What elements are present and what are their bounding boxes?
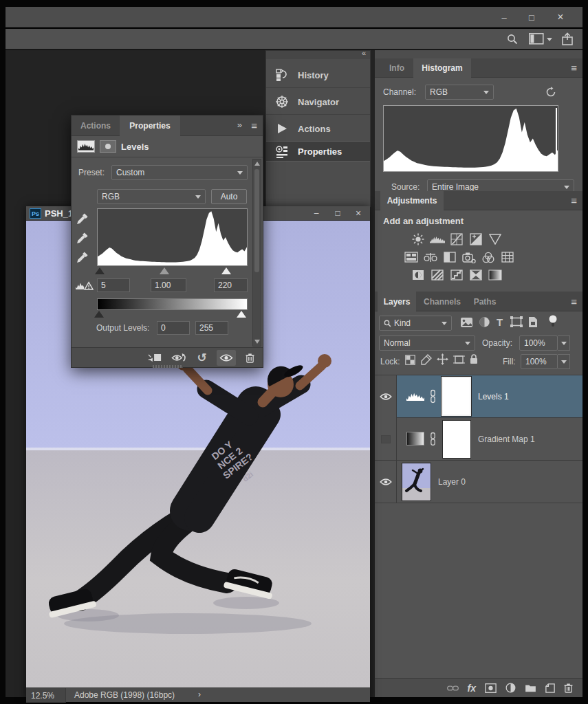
layer-mask-thumbnail[interactable] xyxy=(442,377,471,416)
input-black-slider[interactable] xyxy=(95,267,105,274)
black-white-icon[interactable] xyxy=(442,250,457,264)
channel-mixer-icon[interactable] xyxy=(481,250,496,264)
color-balance-icon[interactable] xyxy=(423,250,438,264)
photo-filter-icon[interactable] xyxy=(461,250,477,264)
input-gamma-slider[interactable] xyxy=(160,267,169,274)
view-previous-state-icon[interactable] xyxy=(171,353,188,363)
expand-panel-icon[interactable]: » xyxy=(237,120,242,130)
opacity-dropdown-button[interactable] xyxy=(558,336,570,351)
scroll-up-arrow[interactable] xyxy=(254,162,260,166)
layer-mask-thumbnail[interactable] xyxy=(443,421,470,458)
layer-image-thumbnail[interactable] xyxy=(402,463,431,500)
toggle-visibility-icon[interactable] xyxy=(217,350,236,366)
lock-position-icon[interactable] xyxy=(437,353,448,365)
tab-properties[interactable]: Properties xyxy=(120,116,180,136)
layer-styles-icon[interactable]: fx xyxy=(468,683,476,694)
input-gamma-field[interactable]: 1.00 xyxy=(151,278,186,292)
tab-adjustments[interactable]: Adjustments xyxy=(380,191,444,210)
delete-adjustment-icon[interactable] xyxy=(246,353,254,363)
workspace-switcher-icon[interactable] xyxy=(529,33,544,45)
blend-mode-select[interactable]: Normal xyxy=(379,336,475,351)
curves-adjustment-icon[interactable] xyxy=(449,232,464,246)
invert-adjustment-icon[interactable] xyxy=(411,268,426,282)
maximize-button[interactable]: □ xyxy=(521,10,543,25)
fill-dropdown-button[interactable] xyxy=(558,354,570,369)
opacity-field[interactable]: 100% xyxy=(519,336,558,351)
visibility-toggle[interactable] xyxy=(375,418,397,461)
selective-color-icon[interactable] xyxy=(468,268,483,282)
hue-saturation-icon[interactable] xyxy=(404,250,419,264)
status-arrow-icon[interactable]: › xyxy=(198,690,201,699)
tab-info[interactable]: Info xyxy=(380,58,413,78)
gray-point-eyedropper-icon[interactable] xyxy=(76,232,89,245)
tab-layers[interactable]: Layers xyxy=(378,292,416,311)
lock-all-icon[interactable] xyxy=(469,353,479,364)
doc-minimize-button[interactable]: – xyxy=(307,206,326,220)
dock-item-properties[interactable]: Properties xyxy=(266,141,370,162)
levels-thumbnail-icon[interactable] xyxy=(406,392,424,401)
new-adjustment-layer-icon[interactable] xyxy=(505,683,516,693)
tab-paths[interactable]: Paths xyxy=(468,292,501,311)
layer-row-gradient-map-1[interactable]: Gradient Map 1 xyxy=(375,418,582,461)
levels-adjustment-icon[interactable] xyxy=(430,232,445,246)
posterize-adjustment-icon[interactable] xyxy=(430,268,445,282)
layer-filter-select[interactable]: Kind xyxy=(379,316,452,331)
panel-menu-icon[interactable]: ≡ xyxy=(571,296,577,307)
brightness-contrast-icon[interactable] xyxy=(411,232,426,246)
filter-shape-layers-icon[interactable] xyxy=(510,316,523,327)
refresh-histogram-icon[interactable] xyxy=(544,85,558,99)
scroll-down-arrow[interactable] xyxy=(254,340,260,344)
fill-field[interactable]: 100% xyxy=(521,354,558,369)
input-white-slider[interactable] xyxy=(221,267,231,274)
levels-channel-select[interactable]: RGB xyxy=(97,189,206,204)
delete-layer-icon[interactable] xyxy=(564,683,573,693)
properties-scrollbar[interactable] xyxy=(252,159,261,346)
link-layers-icon[interactable] xyxy=(447,685,459,692)
close-button[interactable]: × xyxy=(549,10,571,25)
collapse-dock-icon[interactable]: « xyxy=(362,49,366,57)
exposure-adjustment-icon[interactable] xyxy=(468,232,483,246)
color-lookup-icon[interactable] xyxy=(500,250,515,264)
layer-name[interactable]: Gradient Map 1 xyxy=(478,434,535,444)
new-layer-icon[interactable] xyxy=(545,683,555,693)
doc-maximize-button[interactable]: □ xyxy=(328,206,347,220)
filter-adjustment-layers-icon[interactable] xyxy=(479,316,490,328)
output-white-slider[interactable] xyxy=(237,311,246,318)
tab-histogram[interactable]: Histogram xyxy=(413,58,471,78)
black-point-eyedropper-icon[interactable] xyxy=(76,212,89,226)
input-black-field[interactable]: 5 xyxy=(97,278,130,292)
panel-menu-icon[interactable]: ≡ xyxy=(571,62,577,74)
input-white-field[interactable]: 220 xyxy=(214,278,248,292)
panel-menu-icon[interactable]: ≡ xyxy=(571,195,577,206)
preset-select[interactable]: Custom xyxy=(111,165,248,180)
search-icon[interactable] xyxy=(505,32,519,46)
panel-menu-icon[interactable]: ≡ xyxy=(251,120,257,131)
layer-name[interactable]: Levels 1 xyxy=(478,392,509,402)
visibility-toggle[interactable] xyxy=(375,461,397,503)
dock-item-history[interactable]: History xyxy=(266,62,370,88)
layer-row-layer-0[interactable]: Layer 0 xyxy=(375,461,582,503)
share-icon[interactable] xyxy=(560,32,574,47)
threshold-adjustment-icon[interactable] xyxy=(449,268,464,282)
dock-item-actions[interactable]: Actions xyxy=(266,116,370,142)
output-black-slider[interactable] xyxy=(94,311,104,318)
clip-to-layer-icon[interactable] xyxy=(148,353,162,362)
output-black-field[interactable]: 0 xyxy=(157,321,190,335)
workspace-chevron-icon[interactable] xyxy=(547,38,552,41)
layer-name[interactable]: Layer 0 xyxy=(438,477,466,487)
filter-smart-objects-icon[interactable] xyxy=(527,316,538,328)
histogram-warning-icon[interactable] xyxy=(76,280,94,291)
filter-type-layers-icon[interactable]: T xyxy=(497,316,503,328)
add-mask-icon[interactable] xyxy=(485,683,497,693)
lock-transparency-icon[interactable] xyxy=(405,355,415,365)
visibility-toggle[interactable] xyxy=(375,375,397,418)
reset-adjustment-icon[interactable]: ↺ xyxy=(197,351,207,365)
auto-button[interactable]: Auto xyxy=(211,189,247,204)
mask-header-icon[interactable] xyxy=(100,140,116,153)
gradient-map-icon[interactable] xyxy=(488,268,503,282)
layer-row-levels-1[interactable]: Levels 1 xyxy=(375,375,582,418)
dock-item-navigator[interactable]: Navigator xyxy=(266,89,370,115)
lock-artboard-icon[interactable] xyxy=(453,354,465,365)
minimize-button[interactable]: – xyxy=(493,10,515,25)
filter-pixel-layers-icon[interactable] xyxy=(460,317,473,328)
